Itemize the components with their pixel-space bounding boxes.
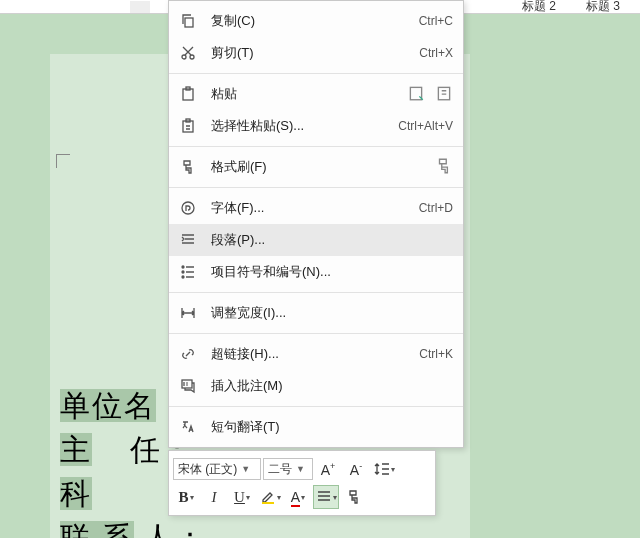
paste-opt1-icon[interactable] — [407, 84, 425, 105]
paste-sp-icon — [179, 117, 197, 135]
menu-separator — [169, 146, 463, 147]
menu-item-list[interactable]: 项目符号和编号(N)... — [169, 256, 463, 288]
menu-item-right-icons — [407, 84, 453, 105]
menu-item-shortcut: Ctrl+K — [419, 347, 453, 361]
svg-point-10 — [182, 266, 184, 268]
paste-icon — [179, 85, 197, 103]
menu-item-trans[interactable]: 短句翻译(T) — [169, 411, 463, 443]
menu-item-label: 选择性粘贴(S)... — [211, 117, 384, 135]
font-color-button[interactable]: A▾ — [285, 485, 311, 509]
width-icon — [179, 304, 197, 322]
menu-item-brush[interactable]: 格式刷(F) — [169, 151, 463, 183]
svg-point-9 — [182, 202, 194, 214]
menu-separator — [169, 187, 463, 188]
link-icon — [179, 345, 197, 363]
menu-item-label: 剪切(T) — [211, 44, 405, 62]
trans-icon — [179, 418, 197, 436]
ribbon-align-button[interactable] — [130, 1, 150, 13]
para-icon — [179, 231, 197, 249]
menu-separator — [169, 406, 463, 407]
menu-item-label: 短句翻译(T) — [211, 418, 439, 436]
font-family-select[interactable]: 宋体 (正文)▼ — [173, 458, 261, 480]
menu-separator — [169, 292, 463, 293]
menu-item-copy[interactable]: 复制(C)Ctrl+C — [169, 5, 463, 37]
menu-item-width[interactable]: 调整宽度(I)... — [169, 297, 463, 329]
menu-item-label: 调整宽度(I)... — [211, 304, 439, 322]
menu-item-label: 项目符号和编号(N)... — [211, 263, 439, 281]
italic-button[interactable]: I — [201, 485, 227, 509]
menu-item-paste[interactable]: 粘贴 — [169, 78, 463, 110]
svg-rect-3 — [183, 89, 193, 100]
font-size-select[interactable]: 二号▼ — [263, 458, 313, 480]
highlight-color-button[interactable]: ▾ — [257, 485, 283, 509]
cut-icon — [179, 44, 197, 62]
menu-item-label: 格式刷(F) — [211, 158, 421, 176]
menu-item-label: 字体(F)... — [211, 199, 405, 217]
menu-item-font[interactable]: 字体(F)...Ctrl+D — [169, 192, 463, 224]
menu-item-label: 粘贴 — [211, 85, 393, 103]
menu-separator — [169, 333, 463, 334]
menu-item-label: 插入批注(M) — [211, 377, 439, 395]
menu-item-label: 复制(C) — [211, 12, 405, 30]
menu-item-paste-sp[interactable]: 选择性粘贴(S)...Ctrl+Alt+V — [169, 110, 463, 142]
style-heading-2[interactable]: 标题 2 — [522, 0, 556, 15]
bold-button[interactable]: B▾ — [173, 485, 199, 509]
menu-item-shortcut: Ctrl+D — [419, 201, 453, 215]
line-spacing-button[interactable]: ▾ — [371, 457, 397, 481]
comment-icon — [179, 377, 197, 395]
menu-separator — [169, 73, 463, 74]
menu-item-shortcut: Ctrl+X — [419, 46, 453, 60]
paste-opt2-icon[interactable] — [435, 84, 453, 105]
list-icon — [179, 263, 197, 281]
svg-rect-5 — [410, 87, 421, 99]
svg-point-2 — [190, 55, 194, 59]
svg-rect-0 — [185, 18, 193, 27]
brush-alt-icon[interactable] — [435, 157, 453, 178]
menu-item-label: 段落(P)... — [211, 231, 439, 249]
shrink-font-button[interactable]: A- — [343, 457, 369, 481]
menu-item-para[interactable]: 段落(P)... — [169, 224, 463, 256]
menu-item-comment[interactable]: 插入批注(M) — [169, 370, 463, 402]
menu-item-label: 超链接(H)... — [211, 345, 405, 363]
style-heading-3[interactable]: 标题 3 — [586, 0, 620, 15]
svg-point-12 — [182, 276, 184, 278]
menu-item-link[interactable]: 超链接(H)...Ctrl+K — [169, 338, 463, 370]
underline-button[interactable]: U▾ — [229, 485, 255, 509]
copy-icon — [179, 12, 197, 30]
context-menu: 复制(C)Ctrl+C剪切(T)Ctrl+X粘贴选择性粘贴(S)...Ctrl+… — [168, 0, 464, 448]
format-painter-button[interactable] — [341, 485, 367, 509]
font-icon — [179, 199, 197, 217]
menu-item-shortcut: Ctrl+C — [419, 14, 453, 28]
align-button[interactable]: ▾ — [313, 485, 339, 509]
menu-item-cut[interactable]: 剪切(T)Ctrl+X — [169, 37, 463, 69]
mini-toolbar: 宋体 (正文)▼ 二号▼ A+ A- ▾ B▾ I U▾ ▾ A▾ ▾ — [168, 450, 436, 516]
menu-item-right-icons — [435, 157, 453, 178]
grow-font-button[interactable]: A+ — [315, 457, 341, 481]
brush-icon — [179, 158, 197, 176]
svg-point-1 — [182, 55, 186, 59]
svg-point-11 — [182, 271, 184, 273]
menu-item-shortcut: Ctrl+Alt+V — [398, 119, 453, 133]
margin-corner — [56, 154, 70, 168]
